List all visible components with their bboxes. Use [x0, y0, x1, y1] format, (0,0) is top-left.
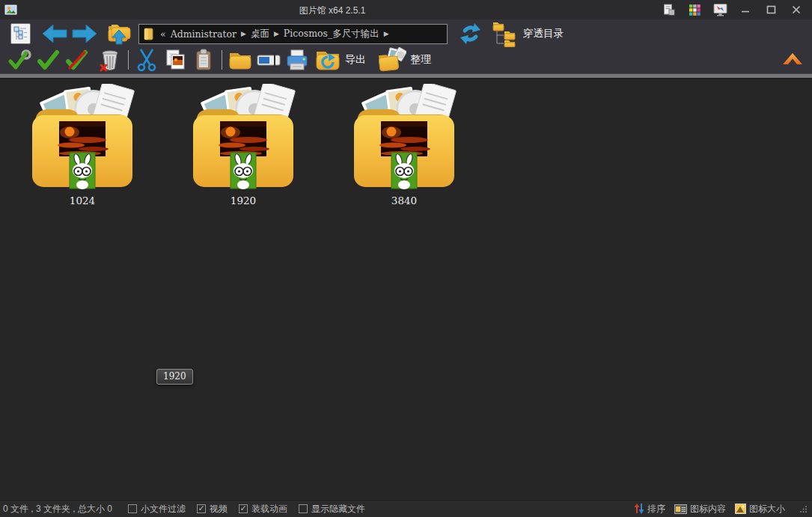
deselect-icon: [65, 48, 89, 72]
tree-view-icon: [13, 25, 28, 42]
maximize-button[interactable]: [758, 0, 784, 19]
sort-icon: [634, 503, 644, 515]
filter-show-hidden-checkbox[interactable]: 显示隐藏文件: [299, 503, 365, 516]
filter-video-checkbox[interactable]: 视频: [197, 503, 228, 516]
checkbox-box[interactable]: [197, 504, 206, 513]
sort-label: 排序: [647, 503, 665, 516]
back-button[interactable]: [40, 22, 70, 46]
checkbox-box[interactable]: [299, 504, 308, 513]
checkbox-label: 显示隐藏文件: [311, 503, 365, 516]
file-browser-canvas[interactable]: 1024 1920 3840 1920: [0, 79, 812, 500]
print-icon: [284, 48, 310, 72]
status-filters: 小文件过滤 视频 装载动画 显示隐藏文件: [128, 503, 365, 516]
filter-load-animation-checkbox[interactable]: 装载动画: [239, 503, 287, 516]
toolbar-separator-band[interactable]: [0, 73, 812, 79]
app-icon: [4, 4, 17, 16]
collapse-toolbar-icon: [781, 49, 804, 66]
titlebar[interactable]: 图片馆 x64 2.5.1: [0, 0, 812, 19]
breadcrumb-separator-icon[interactable]: ▶: [272, 30, 281, 37]
paste-button[interactable]: [189, 46, 218, 73]
toolbar-divider: [128, 50, 129, 70]
print-button[interactable]: [283, 46, 311, 73]
folder-label: 1920: [187, 195, 299, 207]
status-tools: 排序 图标内容 图标大小: [634, 503, 808, 516]
passthrough-directory-button[interactable]: 穿透目录: [491, 21, 564, 47]
breadcrumb-segment-administrator[interactable]: Administrator: [168, 28, 239, 40]
toolbar-divider: [222, 50, 222, 70]
navigation-row: « Administrator ▶ 桌面 ▶ Picosmos_多尺寸输出 ▶: [0, 21, 812, 46]
checkbox-box[interactable]: [239, 504, 248, 513]
breadcrumb-folder-icon: [144, 28, 154, 40]
status-summary: 0 文件 , 3 文件夹 , 总大小 0: [3, 503, 112, 516]
up-folder-button[interactable]: [104, 22, 134, 46]
close-button[interactable]: [784, 0, 809, 19]
passthrough-icon: [491, 21, 519, 47]
checkbox-box[interactable]: [128, 504, 137, 513]
sort-button[interactable]: 排序: [634, 503, 665, 516]
export-button[interactable]: 导出: [314, 48, 366, 72]
forward-button[interactable]: [70, 22, 100, 46]
tools-check-icon: [8, 48, 32, 72]
folder-art-icon: [348, 84, 460, 190]
cut-button[interactable]: [132, 46, 161, 73]
breadcrumb-segment-output[interactable]: Picosmos_多尺寸输出: [281, 28, 382, 40]
breadcrumb-separator-icon[interactable]: ▶: [382, 30, 391, 37]
new-folder-button[interactable]: [226, 46, 254, 73]
checkbox-label: 小文件过滤: [141, 503, 186, 516]
toolbar: « Administrator ▶ 桌面 ▶ Picosmos_多尺寸输出 ▶: [0, 19, 812, 73]
icon-size-label: 图标大小: [749, 503, 785, 516]
minimize-button[interactable]: [733, 0, 758, 19]
resize-grip[interactable]: [799, 504, 808, 513]
delete-button[interactable]: [96, 46, 124, 73]
icon-content-icon: [674, 504, 687, 514]
copy-button[interactable]: [161, 46, 189, 73]
breadcrumb[interactable]: « Administrator ▶ 桌面 ▶ Picosmos_多尺寸输出 ▶: [138, 24, 448, 44]
app-window: 图片馆 x64 2.5.1: [0, 0, 812, 517]
settings-check-button[interactable]: [6, 46, 34, 73]
icon-content-button[interactable]: 图标内容: [674, 503, 726, 516]
tools-row: 导出 整理: [0, 46, 812, 73]
rename-icon: [256, 48, 281, 72]
invert-selection-button[interactable]: [63, 46, 91, 73]
collapse-toolbar-button[interactable]: [781, 48, 805, 67]
folder-item-1024[interactable]: 1024: [26, 84, 138, 207]
folder-tooltip: 1920: [156, 369, 193, 385]
statusbar: 0 文件 , 3 文件夹 , 总大小 0 小文件过滤 视频 装载动画 显示隐藏文…: [0, 500, 812, 517]
breadcrumb-segment-desktop[interactable]: 桌面: [248, 28, 272, 40]
passthrough-label: 穿透目录: [523, 27, 564, 40]
rename-button[interactable]: [254, 46, 283, 73]
refresh-button[interactable]: [455, 21, 485, 46]
window-title: 图片馆 x64 2.5.1: [299, 4, 366, 17]
icon-content-label: 图标内容: [690, 503, 726, 516]
select-all-button[interactable]: [34, 46, 63, 73]
export-label: 导出: [345, 53, 366, 67]
folder-item-3840[interactable]: 3840: [348, 84, 460, 207]
list-settings-icon[interactable]: [656, 0, 682, 19]
new-folder-icon: [228, 49, 253, 71]
color-grid-icon[interactable]: [682, 0, 707, 19]
delete-icon: [98, 48, 122, 72]
display-icon[interactable]: [707, 0, 733, 19]
folder-label: 1024: [26, 195, 138, 207]
cut-icon: [135, 48, 158, 72]
organize-button[interactable]: 整理: [378, 47, 431, 73]
folder-art-icon: [26, 84, 138, 190]
icon-size-icon: [735, 504, 746, 514]
filter-small-files-checkbox[interactable]: 小文件过滤: [128, 503, 186, 516]
breadcrumb-separator-icon[interactable]: ▶: [239, 30, 248, 37]
folder-art-icon: [187, 84, 299, 190]
folder-item-1920[interactable]: 1920: [187, 84, 299, 207]
checkbox-label: 装载动画: [251, 503, 287, 516]
organize-label: 整理: [410, 53, 431, 67]
back-icon: [42, 24, 67, 43]
icon-size-button[interactable]: 图标大小: [735, 503, 785, 516]
tree-view-button[interactable]: [10, 23, 31, 44]
breadcrumb-collapse[interactable]: «: [159, 28, 168, 40]
forward-icon: [72, 24, 97, 43]
copy-icon: [163, 48, 187, 72]
paste-icon: [192, 48, 216, 72]
folder-label: 3840: [348, 195, 460, 207]
refresh-icon: [458, 22, 483, 46]
folder-up-icon: [106, 22, 132, 46]
select-all-icon: [37, 48, 61, 72]
